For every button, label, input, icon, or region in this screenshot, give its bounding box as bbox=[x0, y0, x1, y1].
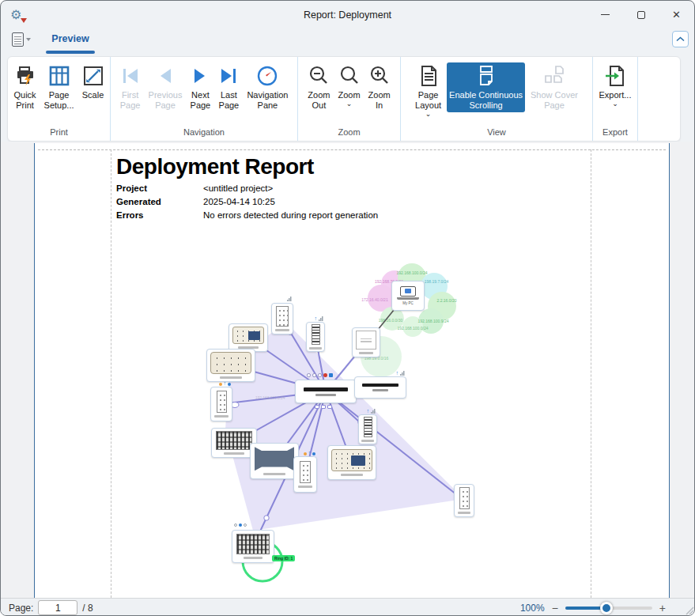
compass-icon bbox=[256, 64, 278, 88]
button-label: Navigation Pane bbox=[247, 90, 288, 111]
button-label: Previous Page bbox=[149, 90, 183, 111]
page-setup-button[interactable]: Page Setup... bbox=[42, 62, 77, 112]
page-layout-button[interactable]: Page Layout ⌄ bbox=[413, 62, 444, 118]
zoom-controls: 100% − + bbox=[520, 602, 688, 614]
device-label bbox=[263, 473, 285, 475]
minimize-button[interactable] bbox=[587, 1, 623, 28]
button-label: Page Layout bbox=[415, 90, 441, 111]
hub-label-bar bbox=[304, 387, 348, 391]
device-label bbox=[309, 347, 322, 350]
subnet-label: 192.168.100.0/24 bbox=[398, 326, 429, 331]
button-label: First Page bbox=[120, 90, 141, 111]
zoom-plus-button[interactable]: + bbox=[659, 602, 666, 614]
device-node: ↑ bbox=[306, 322, 325, 352]
status-badges bbox=[287, 297, 292, 301]
my-pc-label: My PC bbox=[402, 301, 414, 305]
network-hull-polygon bbox=[225, 323, 464, 531]
scale-button[interactable]: Scale bbox=[80, 62, 107, 102]
zoom-slider[interactable] bbox=[565, 607, 652, 610]
switch-device-image bbox=[300, 461, 311, 483]
ribbon-group-export: Export... ⌄ Export bbox=[592, 57, 637, 141]
maximize-button[interactable] bbox=[623, 1, 659, 28]
page-number-input[interactable] bbox=[38, 600, 77, 615]
ring-id-badge: Ring ID: 1 bbox=[272, 555, 295, 561]
subnet-label: 192.168.100.0/24 bbox=[397, 270, 428, 275]
signal-icon bbox=[400, 371, 405, 376]
rack-device-image bbox=[236, 534, 270, 554]
zoom-minus-button[interactable]: − bbox=[552, 602, 558, 614]
device-label bbox=[224, 452, 244, 455]
tab-preview[interactable]: Preview bbox=[46, 33, 95, 44]
last-page-button[interactable]: Last Page bbox=[216, 62, 241, 112]
zoom-slider-thumb[interactable] bbox=[600, 602, 613, 614]
zoom-dropdown-button[interactable]: Zoom ⌄ bbox=[335, 62, 362, 108]
ribbon-group-print: Quick Print Page Setup... Scale Print bbox=[8, 57, 110, 141]
device-label-bar bbox=[362, 384, 398, 387]
subnet-label: 172.16.40.0/21 bbox=[361, 297, 388, 302]
close-button[interactable]: ✕ bbox=[659, 1, 694, 28]
previous-page-button: Previous Page bbox=[146, 62, 185, 112]
device-label bbox=[458, 512, 470, 514]
ribbon-group-zoom: Zoom Out Zoom ⌄ Zoom In Zoom bbox=[297, 57, 400, 141]
resize-grip[interactable] bbox=[684, 605, 694, 615]
continuous-scrolling-icon bbox=[476, 64, 497, 88]
subnet-label: 198.19.7.0/24 bbox=[425, 279, 449, 284]
enable-continuous-scrolling-button[interactable]: Enable Continuous Scrolling bbox=[447, 62, 525, 112]
up-arrow-icon: ↑ bbox=[224, 380, 227, 386]
quick-print-button[interactable]: Quick Print bbox=[11, 62, 38, 112]
group-label-export: Export bbox=[593, 127, 637, 141]
next-page-button[interactable]: Next Page bbox=[187, 62, 213, 112]
navigation-pane-button[interactable]: Navigation Pane bbox=[244, 62, 290, 112]
last-page-icon bbox=[218, 64, 239, 88]
page-total: / 8 bbox=[82, 603, 93, 614]
printer-icon bbox=[14, 64, 36, 88]
next-page-icon bbox=[190, 64, 210, 88]
button-label: Zoom In bbox=[368, 90, 391, 111]
up-arrow-icon: ↑ bbox=[308, 450, 312, 455]
first-page-button: First Page bbox=[118, 62, 143, 112]
button-label: Last Page bbox=[219, 90, 240, 111]
device-node bbox=[206, 349, 255, 382]
zoom-percent: 100% bbox=[520, 603, 545, 614]
maximize-icon bbox=[637, 11, 645, 19]
close-icon: ✕ bbox=[672, 9, 681, 21]
device-label bbox=[359, 352, 373, 354]
document-menu-button[interactable] bbox=[12, 32, 31, 47]
document-menu-icon bbox=[12, 32, 24, 47]
hub-port-icons bbox=[315, 405, 332, 410]
device-node bbox=[454, 484, 474, 517]
status-badges: ↑ bbox=[367, 408, 376, 414]
device-node: ↑ bbox=[327, 445, 376, 480]
device-label bbox=[214, 415, 229, 418]
report-window: ⚙ Report: Deployment ✕ Preview bbox=[0, 0, 695, 616]
chevron-down-icon: ⌄ bbox=[612, 101, 618, 106]
access-point-device-image bbox=[331, 449, 372, 471]
device-label bbox=[341, 474, 363, 476]
page-setup-grid-icon bbox=[48, 64, 70, 88]
button-label: Next Page bbox=[191, 90, 211, 111]
collapse-ribbon-button[interactable] bbox=[672, 31, 689, 47]
show-cover-page-button: Show Cover Page bbox=[528, 62, 580, 112]
title-bar: ⚙ Report: Deployment ✕ bbox=[1, 1, 694, 28]
device-node bbox=[229, 323, 268, 352]
ribbon-group-navigation: First Page Previous Page Next Page bbox=[110, 57, 297, 141]
hub-subnet-faint-label: 192.168.100.0/24 bbox=[255, 396, 285, 400]
page-label: Page: bbox=[9, 603, 33, 614]
export-button[interactable]: Export... ⌄ bbox=[597, 62, 634, 108]
group-label-zoom: Zoom bbox=[298, 127, 400, 141]
first-page-icon bbox=[120, 64, 141, 88]
zoom-in-button[interactable]: Zoom In bbox=[366, 62, 393, 112]
chevron-down-icon: ⌄ bbox=[425, 111, 432, 116]
ribbon-group-view: Page Layout ⌄ Enable Continuous Scrollin… bbox=[400, 57, 592, 141]
report-page: Deployment Report Project <untitled proj… bbox=[34, 143, 670, 598]
minimize-icon bbox=[601, 14, 610, 15]
my-pc-node: My PC bbox=[391, 281, 425, 311]
button-label: Scale bbox=[82, 90, 104, 100]
up-arrow-icon: ↑ bbox=[315, 316, 318, 321]
group-label-view: View bbox=[401, 127, 592, 141]
signal-icon bbox=[319, 316, 323, 321]
zoom-out-button[interactable]: Zoom Out bbox=[305, 62, 332, 112]
laptop-icon bbox=[400, 286, 416, 297]
device-node bbox=[232, 530, 274, 563]
hub-sublabel-bar bbox=[315, 394, 336, 396]
